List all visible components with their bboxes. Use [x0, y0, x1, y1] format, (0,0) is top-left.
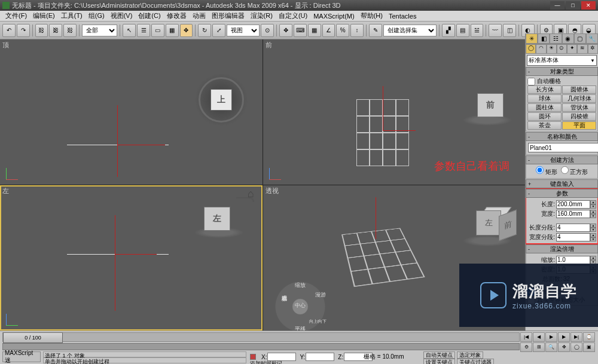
- utilities-tab[interactable]: 🔧: [586, 33, 598, 44]
- layers-button[interactable]: ☱: [471, 24, 484, 37]
- menu-group[interactable]: 组(G): [86, 11, 108, 20]
- menu-help[interactable]: 帮助(H): [358, 11, 386, 20]
- spinner-up[interactable]: ▲: [590, 233, 596, 237]
- maximize-button[interactable]: □: [566, 1, 580, 10]
- geometry-type-dropdown[interactable]: 标准基本体 ▼: [527, 55, 597, 66]
- viewcube-face-front[interactable]: 前: [499, 210, 517, 241]
- spinner-up[interactable]: ▲: [590, 210, 596, 214]
- unlink-button[interactable]: ⛓̸: [49, 24, 62, 37]
- close-button[interactable]: ✕: [581, 1, 596, 10]
- max-toggle-button[interactable]: ▣: [583, 342, 595, 352]
- viewport-left[interactable]: 左 左 ⌂: [0, 185, 263, 331]
- rect-select-region-button[interactable]: ▭: [151, 24, 164, 37]
- viewcube-top[interactable]: 上: [194, 73, 248, 127]
- prim-tube[interactable]: 管状体: [562, 103, 596, 112]
- link-button[interactable]: ⛓: [35, 24, 48, 37]
- edit-named-sel-button[interactable]: ✎: [369, 24, 382, 37]
- create-tab[interactable]: ✳: [526, 33, 538, 44]
- pan-view-button[interactable]: ✥: [558, 342, 570, 352]
- rollout-header-object-type[interactable]: -对象类型: [526, 67, 598, 76]
- menu-render[interactable]: 渲染(R): [248, 11, 276, 20]
- prim-cylinder[interactable]: 圆柱体: [527, 103, 562, 112]
- snap-toggle-button[interactable]: ▦: [308, 24, 321, 37]
- rollout-header-params[interactable]: -参数: [526, 189, 598, 198]
- play-button[interactable]: ▶: [545, 332, 557, 342]
- autogrid-checkbox[interactable]: [527, 78, 535, 85]
- menu-create[interactable]: 创建(C): [135, 11, 163, 20]
- add-time-tag[interactable]: 添加时间标记: [250, 360, 282, 364]
- viewcube-face-left[interactable]: 左: [476, 210, 501, 235]
- rollout-header-method[interactable]: -创建方法: [526, 155, 598, 164]
- systems-tab[interactable]: ✲: [588, 44, 598, 54]
- bind-space-warp-button[interactable]: ⛓: [63, 24, 77, 37]
- percent-snap-button[interactable]: %: [336, 24, 349, 37]
- prim-geosphere[interactable]: 几何球体: [562, 94, 596, 103]
- goto-end-button[interactable]: ▶|: [570, 332, 582, 342]
- rotate-arc-icon[interactable]: [236, 197, 254, 202]
- rollout-header-render[interactable]: -渲染倍增: [526, 244, 598, 253]
- viewcube-face-front[interactable]: 前: [477, 93, 504, 117]
- select-by-name-button[interactable]: ☰: [137, 24, 150, 37]
- align-button[interactable]: ▤: [456, 24, 469, 37]
- angle-snap-button[interactable]: ∠: [322, 24, 335, 37]
- spinner-down[interactable]: ▼: [590, 237, 596, 241]
- geometry-tab[interactable]: ◯: [526, 44, 536, 54]
- time-slider[interactable]: 0 / 100: [3, 332, 63, 343]
- keyfilter-button[interactable]: 关键点过滤器: [457, 359, 494, 364]
- spinner-down[interactable]: ▼: [590, 214, 596, 218]
- display-tab[interactable]: ▢: [574, 33, 586, 44]
- viewcube-left[interactable]: 左 ⌂: [182, 188, 254, 241]
- swheel-zoom[interactable]: 缩放: [288, 282, 312, 289]
- rollout-header-name[interactable]: -名称和颜色: [526, 132, 598, 141]
- setkey-button[interactable]: 设置关键点: [423, 359, 455, 364]
- prim-cone[interactable]: 圆锥体: [562, 85, 596, 94]
- prim-torus[interactable]: 圆环: [527, 112, 562, 121]
- menu-graph[interactable]: 图形编辑器: [209, 11, 248, 20]
- method-rect-radio[interactable]: [536, 166, 544, 174]
- time-config-button[interactable]: ⚙: [520, 342, 532, 352]
- maxscript-mini-button[interactable]: MAXScript迷: [2, 351, 41, 362]
- trackbar[interactable]: [2, 343, 520, 350]
- minimize-button[interactable]: —: [550, 1, 565, 10]
- menu-tentacles[interactable]: Tentacles: [386, 13, 419, 20]
- prev-frame-button[interactable]: ◀: [533, 332, 545, 342]
- menu-maxscript[interactable]: MAXScript(M): [310, 13, 357, 20]
- cameras-tab[interactable]: ⊙: [557, 44, 567, 54]
- lights-tab[interactable]: ☀: [547, 44, 557, 54]
- spinner-snap-button[interactable]: ↕: [350, 24, 364, 37]
- render-scale-input[interactable]: [556, 256, 590, 264]
- viewcube-front[interactable]: 前: [477, 93, 504, 117]
- select-and-rotate-button[interactable]: ↻: [198, 24, 211, 37]
- keyboard-shortcut-override-button[interactable]: ⌨: [294, 24, 307, 37]
- mirror-button[interactable]: ▞: [442, 24, 455, 37]
- swheel-center[interactable]: 中心: [288, 302, 312, 310]
- ref-coord-dropdown[interactable]: 视图: [227, 25, 260, 36]
- undo-button[interactable]: ↶: [2, 24, 16, 37]
- prim-sphere[interactable]: 球体: [527, 94, 562, 103]
- spacewarps-tab[interactable]: ≋: [577, 44, 587, 54]
- select-and-scale-button[interactable]: ⤢: [212, 24, 225, 37]
- menu-edit[interactable]: 编辑(E): [30, 11, 58, 20]
- menu-file[interactable]: 文件(F): [2, 11, 30, 20]
- select-and-manipulate-button[interactable]: ✥: [279, 24, 292, 37]
- schematic-view-button[interactable]: ◫: [503, 24, 516, 37]
- prim-plane[interactable]: 平面: [562, 121, 596, 130]
- modify-tab[interactable]: ◧: [538, 33, 550, 44]
- spinner-up[interactable]: ▲: [590, 200, 596, 204]
- prim-pyramid[interactable]: 四棱锥: [562, 112, 596, 121]
- helpers-tab[interactable]: ✦: [567, 44, 577, 54]
- redo-button[interactable]: ↷: [17, 24, 30, 37]
- motion-tab[interactable]: ◉: [562, 33, 574, 44]
- width-input[interactable]: [556, 210, 590, 218]
- viewcube-face-left[interactable]: 左: [204, 207, 230, 231]
- spinner-down[interactable]: ▼: [590, 228, 596, 232]
- menu-animation[interactable]: 动画: [190, 11, 209, 20]
- zoom-button[interactable]: 🔍: [545, 342, 557, 352]
- autokey-button[interactable]: 自动关键点: [423, 351, 455, 359]
- prim-box[interactable]: 长方体: [527, 85, 562, 94]
- zoom-ext-button[interactable]: ⊞: [533, 342, 545, 352]
- length-input[interactable]: [556, 200, 590, 209]
- method-square-radio[interactable]: [561, 166, 569, 174]
- menu-modifiers[interactable]: 修改器: [164, 11, 190, 20]
- menu-view[interactable]: 视图(V): [108, 11, 136, 20]
